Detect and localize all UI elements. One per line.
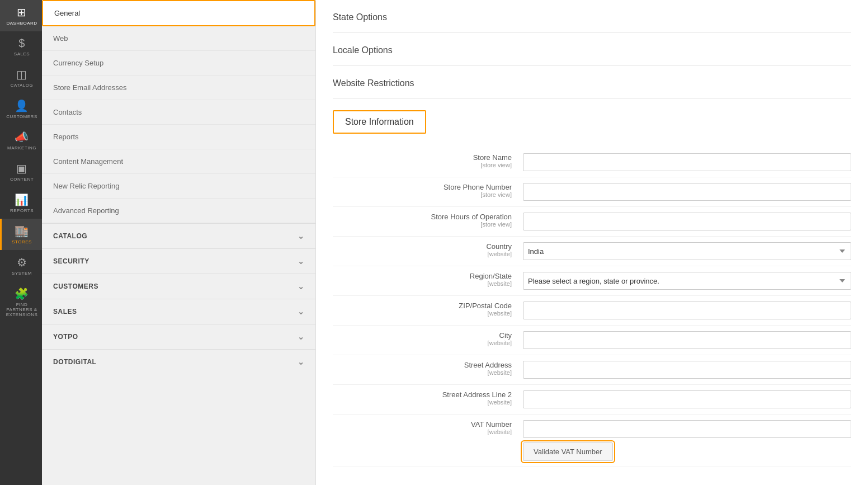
label-store-phone: Store Phone Number xyxy=(333,183,512,191)
label-city: City xyxy=(333,331,512,340)
chevron-down-icon: ⌄ xyxy=(298,307,305,316)
sidebar-item-store-email[interactable]: Store Email Addresses xyxy=(42,76,315,100)
nav-item-catalog[interactable]: ◫CATALOG xyxy=(0,62,42,93)
nav-item-sales[interactable]: $SALES xyxy=(0,31,42,62)
nav-item-dashboard[interactable]: ⊞DASHBOARD xyxy=(0,0,42,31)
form-row-city: City[website] xyxy=(333,326,851,355)
sidebar-section-yotpo[interactable]: YOTPO⌄ xyxy=(42,324,315,349)
reports-icon: 📊 xyxy=(15,193,29,206)
sublabel-store-phone: [store view] xyxy=(333,191,512,198)
nav-item-find-partners[interactable]: 🧩FIND PARTNERS & EXTENSIONS xyxy=(0,281,42,323)
catalog-icon: ◫ xyxy=(16,68,27,81)
system-icon: ⚙ xyxy=(17,256,27,269)
chevron-down-icon: ⌄ xyxy=(298,357,305,366)
label-store-hours: Store Hours of Operation xyxy=(333,213,512,221)
label-country: Country xyxy=(333,242,512,251)
nav-item-marketing[interactable]: 📣MARKETING xyxy=(0,125,42,156)
sidebar-section-catalog[interactable]: CATALOG⌄ xyxy=(42,223,315,248)
label-street-address: Street Address xyxy=(333,361,512,369)
stores-icon: 🏬 xyxy=(15,224,29,238)
input-region-state[interactable]: Please select a region, state or provinc… xyxy=(523,272,851,290)
input-country[interactable]: IndiaUnited StatesUnited KingdomAustrali… xyxy=(523,242,851,260)
input-vat-number[interactable] xyxy=(523,420,851,438)
dashboard-icon: ⊞ xyxy=(17,6,27,19)
chevron-down-icon: ⌄ xyxy=(298,332,305,341)
store-information-header[interactable]: Store Information xyxy=(333,110,426,134)
input-store-phone[interactable] xyxy=(523,183,851,201)
section-state-options[interactable]: State Options xyxy=(333,0,851,33)
left-navigation: ⊞DASHBOARD$SALES◫CATALOG👤CUSTOMERS📣MARKE… xyxy=(0,0,42,485)
input-store-name[interactable] xyxy=(523,153,851,171)
form-row-country: Country[website]IndiaUnited StatesUnited… xyxy=(333,237,851,266)
store-info-form: Store Name[store view]Store Phone Number… xyxy=(333,148,851,467)
form-row-store-name: Store Name[store view] xyxy=(333,148,851,177)
label-street-address-2: Street Address Line 2 xyxy=(333,390,512,399)
chevron-down-icon: ⌄ xyxy=(298,257,305,266)
sidebar-section-sales[interactable]: SALES⌄ xyxy=(42,299,315,324)
sublabel-zip-postal: [website] xyxy=(333,310,512,317)
sidebar-item-currency-setup[interactable]: Currency Setup xyxy=(42,51,315,76)
sublabel-region-state: [website] xyxy=(333,280,512,287)
sublabel-store-hours: [store view] xyxy=(333,221,512,228)
chevron-down-icon: ⌄ xyxy=(298,282,305,291)
marketing-icon: 📣 xyxy=(15,130,29,144)
label-store-name: Store Name xyxy=(333,153,512,162)
sidebar-item-advanced-reporting[interactable]: Advanced Reporting xyxy=(42,199,315,223)
sidebar-item-web[interactable]: Web xyxy=(42,26,315,51)
form-row-region-state: Region/State[website]Please select a reg… xyxy=(333,266,851,296)
input-zip-postal[interactable] xyxy=(523,302,851,319)
section-locale-options[interactable]: Locale Options xyxy=(333,33,851,66)
sidebar-section-label-dotdigital: DOTDIGITAL xyxy=(53,358,96,366)
find-partners-icon: 🧩 xyxy=(15,287,29,300)
input-store-hours[interactable] xyxy=(523,213,851,230)
section-website-restrictions[interactable]: Website Restrictions xyxy=(333,66,851,99)
nav-item-stores[interactable]: 🏬STORES xyxy=(0,219,42,250)
chevron-down-icon: ⌄ xyxy=(298,232,305,241)
nav-item-system[interactable]: ⚙SYSTEM xyxy=(0,250,42,281)
sidebar-section-security[interactable]: SECURITY⌄ xyxy=(42,248,315,274)
nav-item-content[interactable]: ▣CONTENT xyxy=(0,156,42,187)
input-city[interactable] xyxy=(523,331,851,349)
sublabel-country: [website] xyxy=(333,251,512,257)
label-region-state: Region/State xyxy=(333,272,512,280)
form-row-zip-postal: ZIP/Postal Code[website] xyxy=(333,296,851,326)
form-row-street-address: Street Address[website] xyxy=(333,355,851,385)
sidebar-item-reports[interactable]: Reports xyxy=(42,125,315,149)
sidebar-section-label-catalog: CATALOG xyxy=(53,232,87,240)
sublabel-street-address-2: [website] xyxy=(333,399,512,406)
nav-item-customers[interactable]: 👤CUSTOMERS xyxy=(0,93,42,125)
input-street-address-2[interactable] xyxy=(523,390,851,408)
sidebar-item-general[interactable]: General xyxy=(42,0,315,26)
main-content: State Options Locale Options Website Res… xyxy=(316,0,868,485)
sidebar-section-label-yotpo: YOTPO xyxy=(53,333,78,341)
sublabel-city: [website] xyxy=(333,340,512,346)
customers-icon: 👤 xyxy=(15,99,29,112)
sublabel-street-address: [website] xyxy=(333,369,512,376)
validate-vat-button[interactable]: Validate VAT Number xyxy=(523,442,613,461)
form-row-store-hours: Store Hours of Operation[store view] xyxy=(333,207,851,237)
label-zip-postal: ZIP/Postal Code xyxy=(333,302,512,310)
form-row-vat-number: VAT Number[website]Validate VAT Number xyxy=(333,415,851,467)
sidebar-section-label-customers: CUSTOMERS xyxy=(53,282,98,290)
sidebar-item-content-management[interactable]: Content Management xyxy=(42,149,315,174)
sidebar-item-new-relic[interactable]: New Relic Reporting xyxy=(42,174,315,199)
form-row-store-phone: Store Phone Number[store view] xyxy=(333,177,851,207)
sublabel-vat-number: [website] xyxy=(333,429,512,435)
sidebar-section-dotdigital[interactable]: DOTDIGITAL⌄ xyxy=(42,349,315,374)
sidebar-section-customers[interactable]: CUSTOMERS⌄ xyxy=(42,274,315,299)
sidebar-section-label-sales: SALES xyxy=(53,308,77,316)
sales-icon: $ xyxy=(18,37,25,50)
nav-item-reports[interactable]: 📊REPORTS xyxy=(0,187,42,219)
content-icon: ▣ xyxy=(16,162,27,175)
sidebar: GeneralWebCurrency SetupStore Email Addr… xyxy=(42,0,316,485)
input-street-address[interactable] xyxy=(523,361,851,379)
sublabel-store-name: [store view] xyxy=(333,162,512,168)
form-row-street-address-2: Street Address Line 2[website] xyxy=(333,385,851,415)
sidebar-section-label-security: SECURITY xyxy=(53,257,89,265)
label-vat-number: VAT Number xyxy=(333,420,512,429)
sidebar-item-contacts[interactable]: Contacts xyxy=(42,100,315,125)
